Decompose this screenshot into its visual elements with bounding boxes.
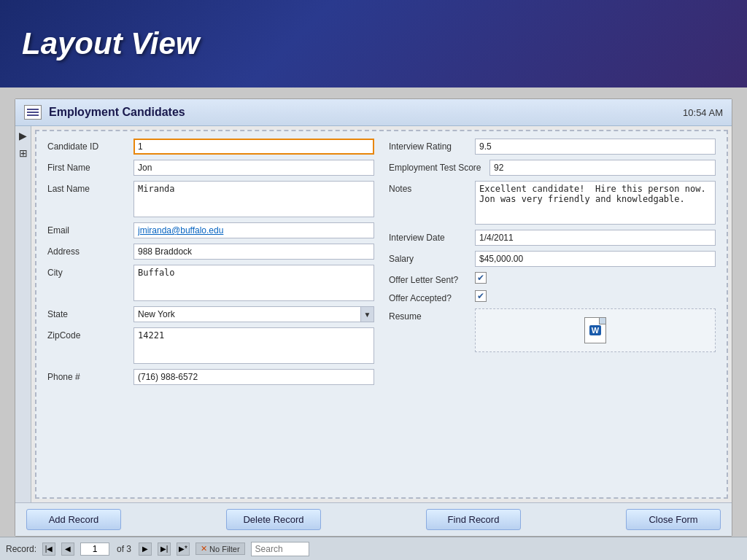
nav-right-arrow[interactable]: ▶	[19, 130, 27, 141]
resume-label: Resume	[389, 308, 469, 322]
status-bar: Record: |◀ ◀ of 3 ▶ ▶| ▶* ✕ No Filter	[0, 537, 747, 560]
no-filter-button[interactable]: ✕ No Filter	[196, 542, 245, 555]
salary-input[interactable]	[475, 251, 716, 267]
employment-test-input[interactable]	[489, 160, 716, 176]
employment-test-row: Employment Test Score	[389, 160, 716, 176]
city-label: City	[47, 265, 128, 278]
email-row: Email	[47, 222, 374, 238]
email-input[interactable]	[133, 222, 374, 238]
record-of: of 3	[117, 544, 131, 554]
nav-prev-button[interactable]: ◀	[61, 542, 74, 556]
first-name-row: First Name	[47, 160, 374, 176]
city-row: City Buffalo	[47, 265, 374, 301]
interview-rating-label: Interview Rating	[389, 139, 469, 152]
email-label: Email	[47, 222, 128, 236]
filter-x-icon: ✕	[201, 544, 207, 553]
notes-label: Notes	[389, 181, 469, 194]
interview-rating-input[interactable]	[475, 139, 716, 155]
left-column: Candidate ID First Name Last Name Mirand…	[47, 139, 374, 385]
state-label: State	[47, 306, 128, 319]
zipcode-row: ZipCode 14221	[47, 327, 374, 364]
resume-box[interactable]: W	[475, 308, 716, 352]
title-bar-left: Employment Candidates	[24, 105, 185, 120]
address-input[interactable]	[133, 244, 374, 260]
first-name-label: First Name	[47, 160, 128, 173]
state-row: State New York ▼	[47, 306, 374, 322]
interview-rating-row: Interview Rating	[389, 139, 716, 155]
salary-row: Salary	[389, 251, 716, 267]
salary-label: Salary	[389, 251, 469, 264]
address-label: Address	[47, 244, 128, 257]
fields-grid: Candidate ID First Name Last Name Mirand…	[47, 139, 716, 385]
candidate-id-label: Candidate ID	[47, 139, 128, 152]
candidate-id-row: Candidate ID	[47, 139, 374, 155]
address-row: Address	[47, 244, 374, 260]
phone-label: Phone #	[47, 369, 128, 382]
nav-first-button[interactable]: |◀	[42, 542, 55, 556]
buttons-row: Add Record Delete Record Find Record Clo…	[15, 502, 732, 536]
interview-date-input[interactable]	[475, 230, 716, 246]
nav-last-button[interactable]: ▶|	[158, 542, 171, 556]
right-column: Interview Rating Employment Test Score N…	[389, 139, 716, 385]
notes-row: Notes Excellent candidate! Hire this per…	[389, 181, 716, 225]
resume-row: Resume W	[389, 308, 716, 352]
word-document-icon: W	[584, 317, 606, 343]
last-name-input[interactable]: Miranda	[133, 181, 374, 217]
nav-new-button[interactable]: ▶*	[177, 542, 190, 556]
delete-record-button[interactable]: Delete Record	[226, 509, 321, 530]
word-doc-shape: W	[584, 317, 606, 343]
offer-accepted-checkbox[interactable]: ✔	[475, 290, 487, 302]
zipcode-input[interactable]: 14221	[133, 327, 374, 364]
nav-next-button[interactable]: ▶	[139, 542, 152, 556]
candidate-id-input[interactable]	[133, 139, 374, 155]
no-filter-label: No Filter	[209, 545, 240, 553]
title-bar: Employment Candidates 10:54 AM	[15, 99, 732, 126]
close-form-button[interactable]: Close Form	[626, 509, 721, 530]
record-number-input[interactable]	[80, 542, 109, 556]
form-icon	[24, 105, 42, 120]
last-name-label: Last Name	[47, 181, 128, 194]
find-record-button[interactable]: Find Record	[426, 509, 521, 530]
page-title: Layout View	[22, 26, 200, 61]
notes-input[interactable]: Excellent candidate! Hire this person no…	[475, 181, 716, 225]
city-input[interactable]: Buffalo	[133, 265, 374, 301]
zipcode-label: ZipCode	[47, 327, 128, 341]
offer-accepted-row: Offer Accepted? ✔	[389, 290, 716, 303]
current-time: 10:54 AM	[683, 107, 723, 118]
employment-test-label: Employment Test Score	[389, 160, 484, 173]
first-name-input[interactable]	[133, 160, 374, 176]
interview-date-row: Interview Date	[389, 230, 716, 246]
header: Layout View	[0, 0, 747, 88]
phone-input[interactable]	[133, 369, 374, 385]
form-body: Candidate ID First Name Last Name Mirand…	[35, 130, 728, 499]
expand-icon[interactable]: ⊞	[19, 147, 28, 159]
state-dropdown-arrow[interactable]: ▼	[360, 307, 374, 322]
state-value: New York	[134, 307, 360, 322]
offer-letter-checkbox[interactable]: ✔	[475, 272, 487, 284]
search-input[interactable]	[251, 542, 309, 556]
phone-row: Phone #	[47, 369, 374, 385]
state-select-wrapper[interactable]: New York ▼	[133, 306, 374, 322]
offer-letter-row: Offer Letter Sent? ✔	[389, 272, 716, 285]
last-name-row: Last Name Miranda	[47, 181, 374, 217]
word-w-label: W	[589, 325, 601, 335]
form-window: Employment Candidates 10:54 AM ▶ ⊞ Candi…	[15, 98, 732, 537]
add-record-button[interactable]: Add Record	[26, 509, 121, 530]
left-panel: ▶ ⊞	[15, 126, 31, 502]
offer-accepted-label: Offer Accepted?	[389, 290, 469, 303]
form-title: Employment Candidates	[49, 106, 185, 119]
interview-date-label: Interview Date	[389, 230, 469, 243]
offer-letter-label: Offer Letter Sent?	[389, 272, 469, 285]
main-area: Employment Candidates 10:54 AM ▶ ⊞ Candi…	[0, 88, 747, 560]
record-label: Record:	[6, 544, 36, 554]
form-body-wrapper: ▶ ⊞ Candidate ID First Name	[15, 126, 732, 502]
